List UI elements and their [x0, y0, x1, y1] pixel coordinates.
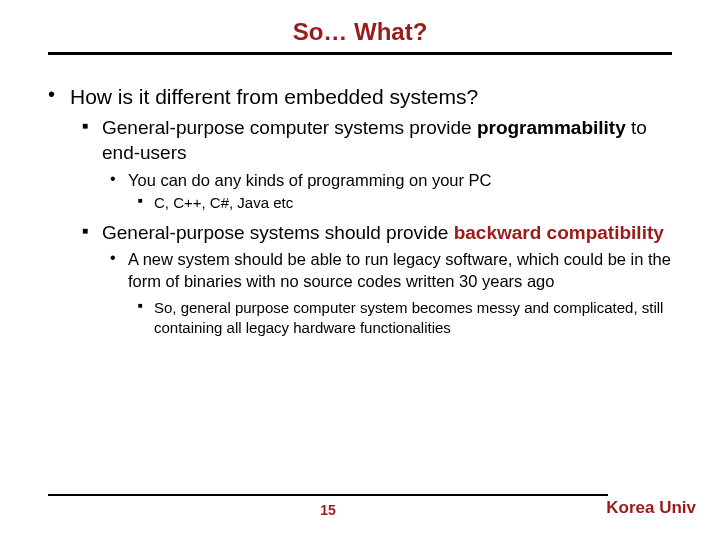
bullet-level3: • You can do any kinds of programming on… — [110, 170, 672, 191]
page-number: 15 — [48, 502, 608, 518]
bullet-level3: • A new system should be able to run leg… — [110, 249, 672, 292]
slide-title: So… What? — [48, 18, 672, 46]
point2-part-a: General-purpose systems should provide — [102, 222, 454, 243]
footer-divider — [48, 494, 608, 496]
point1-sub-text: You can do any kinds of programming on y… — [128, 170, 672, 191]
bullet-level4: ■ C, C++, C#, Java etc — [138, 193, 672, 213]
bullet-level2: ■ General-purpose systems should provide… — [82, 221, 672, 246]
bullet-square-icon: ■ — [138, 298, 154, 337]
bullet-dot-icon: • — [48, 83, 70, 110]
point2-bold: backward compatibility — [454, 222, 664, 243]
point2-sub-text: A new system should be able to run legac… — [128, 249, 672, 292]
bullet-level1: • How is it different from embedded syst… — [48, 83, 672, 110]
bullet-square-icon: ■ — [82, 116, 102, 165]
bullet-dot-icon: • — [110, 170, 128, 191]
bullet-dot-icon: • — [110, 249, 128, 292]
bullet-square-icon: ■ — [82, 221, 102, 246]
point1-sub2-text: C, C++, C#, Java etc — [154, 193, 672, 213]
slide: So… What? • How is it different from emb… — [0, 0, 720, 540]
title-divider — [48, 52, 672, 55]
footer: 15 Korea Univ — [48, 494, 696, 518]
point1-text: General-purpose computer systems provide… — [102, 116, 672, 165]
footer-row: 15 Korea Univ — [48, 502, 696, 518]
question-text: How is it different from embedded system… — [70, 83, 672, 110]
bullet-square-icon: ■ — [138, 193, 154, 213]
point2-sub2-text: So, general purpose computer system beco… — [154, 298, 672, 337]
point1-bold: programmability — [477, 117, 626, 138]
point1-part-a: General-purpose computer systems provide — [102, 117, 477, 138]
bullet-level2: ■ General-purpose computer systems provi… — [82, 116, 672, 165]
content-area: • How is it different from embedded syst… — [48, 83, 672, 337]
bullet-level4: ■ So, general purpose computer system be… — [138, 298, 672, 337]
brand-text: Korea Univ — [606, 498, 696, 518]
point2-text: General-purpose systems should provide b… — [102, 221, 672, 246]
